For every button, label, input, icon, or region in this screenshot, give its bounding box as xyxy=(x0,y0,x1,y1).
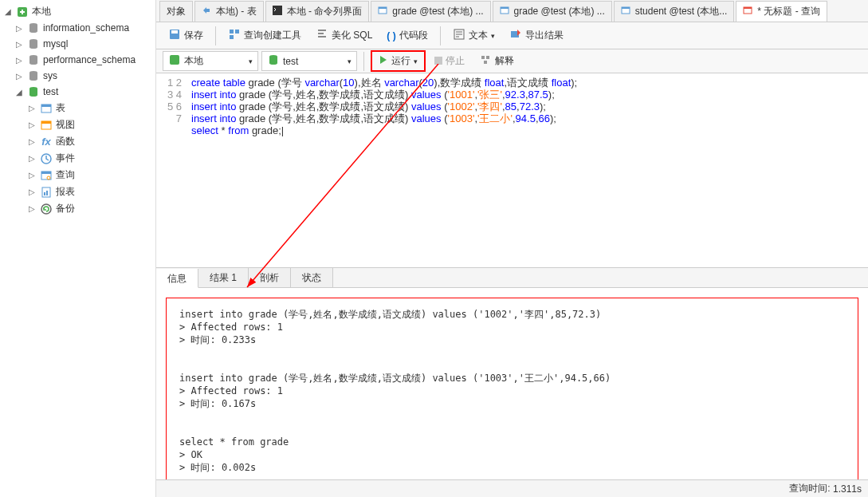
connection-bar: 本地 ▾ test ▾ 运行 ▾ 停止 解释 xyxy=(156,49,868,73)
query-builder-button[interactable]: 查询创建工具 xyxy=(222,24,307,47)
result-tabs: 信息结果 1剖析状态 xyxy=(156,267,868,288)
tabs-bar: 对象本地) - 表本地 - 命令列界面grade @test (本地) ...g… xyxy=(156,0,868,22)
database-icon xyxy=(27,22,40,34)
code-area[interactable]: create table grade (学号 varchar(10),姓名 va… xyxy=(188,73,868,267)
beautify-button[interactable]: 美化 SQL xyxy=(310,24,378,47)
result-tab[interactable]: 剖析 xyxy=(249,268,291,287)
tree-database[interactable]: ▷mysql xyxy=(0,36,155,52)
tree-schema-item[interactable]: ▷备份 xyxy=(0,200,155,217)
tab[interactable]: grade @test (本地) ... xyxy=(371,1,490,22)
line-gutter: 1 2 3 4 5 6 7 xyxy=(156,73,188,267)
connection-value: 本地 xyxy=(184,54,203,68)
tab-label: 本地) - 表 xyxy=(216,5,257,18)
explain-button[interactable]: 解释 xyxy=(473,49,520,73)
tab[interactable]: student @test (本地... xyxy=(614,1,735,22)
schema-item-label: 函数 xyxy=(56,135,75,148)
tab[interactable]: 本地) - 表 xyxy=(194,1,264,22)
run-button[interactable]: 运行 ▾ xyxy=(371,50,426,72)
expand-icon[interactable]: ▷ xyxy=(27,204,37,213)
database-dropdown[interactable]: test ▾ xyxy=(261,51,357,71)
svg-rect-37 xyxy=(481,56,485,59)
result-tab[interactable]: 状态 xyxy=(291,268,333,287)
database-label: sys xyxy=(43,70,57,81)
tree-database[interactable]: ◢test xyxy=(0,84,155,100)
view-icon xyxy=(40,119,53,132)
database-value: test xyxy=(283,56,298,67)
tab[interactable]: grade @test (本地) ... xyxy=(493,1,612,22)
tab[interactable]: 本地 - 命令列界面 xyxy=(265,1,370,22)
toolbar: 保存 查询创建工具 美化 SQL ( ) 代码段 文本 ▾ xyxy=(156,22,868,49)
tab-label: grade @test (本地) ... xyxy=(514,5,605,18)
tab-label: grade @test (本地) ... xyxy=(392,5,483,18)
svg-rect-29 xyxy=(230,30,234,34)
connection-dropdown[interactable]: 本地 ▾ xyxy=(163,51,258,71)
tree-schema-item[interactable]: ▷事件 xyxy=(0,150,155,167)
result-tab[interactable]: 信息 xyxy=(156,269,198,288)
expand-icon[interactable]: ▷ xyxy=(14,24,24,33)
connection-icon xyxy=(16,6,29,18)
dropdown-arrow-icon: ▾ xyxy=(414,57,418,65)
result-tab[interactable]: 结果 1 xyxy=(198,268,249,287)
tab-label: * 无标题 - 查询 xyxy=(757,5,820,18)
play-icon xyxy=(379,55,388,67)
fx-icon: fx xyxy=(40,136,53,148)
text-button[interactable]: 文本 ▾ xyxy=(447,24,501,47)
expand-icon[interactable]: ▷ xyxy=(14,72,24,81)
svg-point-17 xyxy=(41,204,51,214)
tree-schema-item[interactable]: ▷报表 xyxy=(0,183,155,200)
database-label: mysql xyxy=(43,38,68,49)
tab-label: 对象 xyxy=(167,5,186,18)
tree-schema-item[interactable]: ▷fx函数 xyxy=(0,133,155,150)
svg-rect-28 xyxy=(171,30,178,34)
expand-icon[interactable]: ▷ xyxy=(27,120,37,129)
svg-rect-22 xyxy=(501,7,509,9)
connection-icon xyxy=(168,53,181,69)
expand-icon[interactable]: ▷ xyxy=(27,187,37,196)
expand-icon[interactable]: ▷ xyxy=(27,171,37,179)
dropdown-arrow-icon: ▾ xyxy=(348,57,352,65)
query-builder-label: 查询创建工具 xyxy=(244,29,301,42)
beautify-label: 美化 SQL xyxy=(332,29,372,42)
snippet-icon: ( ) xyxy=(387,30,395,41)
save-label: 保存 xyxy=(184,29,203,42)
svg-rect-15 xyxy=(44,192,45,195)
schema-item-label: 视图 xyxy=(56,118,75,132)
status-bar: 查询时间: 1.311s xyxy=(156,479,868,497)
save-button[interactable]: 保存 xyxy=(163,24,209,47)
expand-icon[interactable]: ▷ xyxy=(27,137,37,146)
tab[interactable]: * 无标题 - 查询 xyxy=(736,1,827,22)
dropdown-arrow-icon: ▾ xyxy=(491,32,495,40)
expand-icon[interactable]: ▷ xyxy=(14,40,24,49)
sql-editor[interactable]: 1 2 3 4 5 6 7 create table grade (学号 var… xyxy=(156,73,868,267)
expand-icon[interactable]: ▷ xyxy=(27,154,37,163)
expand-icon[interactable]: ▷ xyxy=(27,104,37,112)
svg-rect-7 xyxy=(41,105,51,107)
result-messages: insert into grade (学号,姓名,数学成绩,语文成绩) valu… xyxy=(166,298,858,479)
database-icon xyxy=(27,37,40,50)
tree-database[interactable]: ▷sys xyxy=(0,68,155,84)
tree-root[interactable]: ◢ 本地 xyxy=(0,3,155,20)
stop-button[interactable]: 停止 xyxy=(429,50,470,72)
database-icon xyxy=(27,85,40,98)
expand-icon[interactable]: ▷ xyxy=(14,56,24,65)
tree-schema-item[interactable]: ▷视图 xyxy=(0,116,155,133)
tree-schema-item[interactable]: ▷查询 xyxy=(0,167,155,183)
expand-icon[interactable]: ◢ xyxy=(3,7,13,16)
tab-label: 本地 - 命令列界面 xyxy=(287,5,363,18)
explain-label: 解释 xyxy=(495,54,514,68)
table-icon xyxy=(378,6,389,17)
tree-root-label: 本地 xyxy=(32,5,51,18)
tab[interactable]: 对象 xyxy=(159,1,193,22)
snippet-button[interactable]: ( ) 代码段 xyxy=(381,25,433,46)
query-time-label: 查询时间: xyxy=(789,482,830,495)
schema-item-label: 报表 xyxy=(56,185,75,199)
tree-schema-item[interactable]: ▷表 xyxy=(0,100,155,116)
tree-database[interactable]: ▷performance_schema xyxy=(0,52,155,68)
export-button[interactable]: 导出结果 xyxy=(504,24,569,47)
tree-database[interactable]: ▷information_schema xyxy=(0,20,155,36)
tab-label: student @test (本地... xyxy=(635,5,728,18)
event-icon xyxy=(40,152,53,165)
report-icon xyxy=(40,186,53,199)
database-icon xyxy=(27,69,40,82)
expand-icon[interactable]: ◢ xyxy=(14,88,24,97)
